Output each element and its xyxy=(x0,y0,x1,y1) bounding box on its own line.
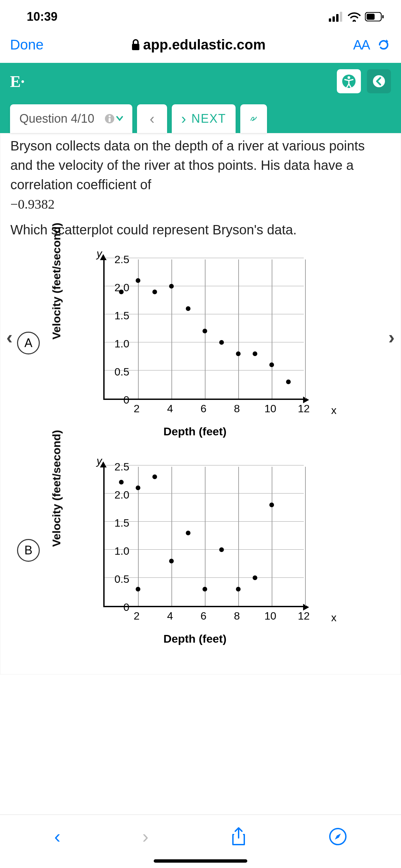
data-point xyxy=(186,306,191,311)
data-point xyxy=(286,379,291,384)
data-point xyxy=(136,587,140,591)
carousel-right-icon[interactable]: › xyxy=(388,326,395,348)
svg-rect-2 xyxy=(336,14,338,22)
svg-rect-13 xyxy=(109,118,111,122)
url-display[interactable]: app.edulastic.com xyxy=(50,37,346,53)
grid-line xyxy=(305,259,306,399)
grid-line xyxy=(205,467,205,606)
data-point xyxy=(269,502,274,507)
x-tick-label: 12 xyxy=(297,403,310,415)
x-axis-label: Depth (feet) xyxy=(163,425,227,438)
y-axis-label: Velocity (feet/second) xyxy=(50,223,63,340)
x-tick-label: 2 xyxy=(130,610,143,622)
battery-icon xyxy=(365,12,384,22)
question-selector[interactable]: Question 4/10 xyxy=(10,104,132,133)
y-tick-label: 1.5 xyxy=(109,517,129,529)
option-b-row: B y x Velocity (feet/second) Depth (feet… xyxy=(10,457,391,644)
x-tick-label: 8 xyxy=(230,610,244,622)
correlation-value: −0.9382 xyxy=(10,196,55,212)
status-indicators xyxy=(329,12,384,22)
x-tick-label: 4 xyxy=(163,610,177,622)
grid-line xyxy=(105,258,304,258)
x-axis-label: Depth (feet) xyxy=(163,632,227,645)
data-point xyxy=(219,547,224,552)
data-point xyxy=(202,329,207,333)
carousel-left-icon[interactable]: ‹ xyxy=(6,326,13,348)
data-point xyxy=(219,340,224,345)
data-point xyxy=(236,351,241,356)
plot-area-b xyxy=(103,467,304,607)
grid-line xyxy=(105,549,304,550)
options-area: ‹ › A y x Velocity (feet/second) Depth (… xyxy=(10,249,391,644)
y-tick-label: 2.0 xyxy=(109,282,129,294)
grid-line xyxy=(105,578,304,578)
back-button[interactable] xyxy=(367,69,391,93)
x-axis-arrow-icon xyxy=(303,397,309,403)
next-question-button[interactable]: › NEXT xyxy=(172,104,236,133)
chevron-left-icon: ‹ xyxy=(150,110,155,127)
svg-rect-12 xyxy=(109,115,111,117)
safari-icon[interactable] xyxy=(329,828,347,846)
grid-line xyxy=(105,286,304,286)
accessibility-button[interactable] xyxy=(337,69,361,93)
data-point xyxy=(169,559,174,563)
data-point xyxy=(253,351,257,356)
x-tick-label: 12 xyxy=(297,610,310,622)
option-a-row: A y x Velocity (feet/second) Depth (feet… xyxy=(10,249,391,437)
browser-back-button[interactable]: ‹ xyxy=(54,826,61,847)
grid-line xyxy=(171,259,172,399)
x-tick-label: 10 xyxy=(264,403,277,415)
x-tick-label: 6 xyxy=(197,610,210,622)
text-size-button[interactable]: AA xyxy=(353,37,370,53)
data-point xyxy=(153,289,157,294)
question-prompt: Which scatterplot could represent Bryson… xyxy=(10,220,391,239)
y-tick-label: 2.5 xyxy=(109,253,129,266)
grid-line xyxy=(105,342,304,343)
data-point xyxy=(186,531,191,535)
prev-question-button[interactable]: ‹ xyxy=(137,104,167,133)
x-axis-letter: x xyxy=(331,404,336,416)
x-tick-label: 10 xyxy=(264,610,277,622)
y-tick-label: 2.5 xyxy=(109,461,129,473)
data-point xyxy=(119,480,124,485)
grid-line xyxy=(105,314,304,315)
y-tick-label: 0 xyxy=(109,394,129,406)
x-tick-label: 4 xyxy=(163,403,177,415)
grid-line xyxy=(272,467,272,606)
data-point xyxy=(169,284,174,288)
x-axis-arrow-icon xyxy=(303,604,309,611)
chart-b: y x Velocity (feet/second) Depth (feet) … xyxy=(60,457,334,644)
url-text: app.edulastic.com xyxy=(143,37,265,53)
x-axis-letter: x xyxy=(331,612,336,624)
question-nav: Question 4/10 ‹ › NEXT xyxy=(0,100,401,133)
app-header: E· xyxy=(0,63,401,100)
info-dropdown-icon xyxy=(104,112,123,125)
data-point xyxy=(253,576,257,580)
grid-line xyxy=(105,370,304,371)
scratchpad-icon xyxy=(249,112,258,125)
wifi-icon xyxy=(347,12,361,22)
data-point xyxy=(136,486,140,490)
grid-line xyxy=(272,259,272,399)
lock-icon xyxy=(131,39,140,51)
option-b-button[interactable]: B xyxy=(17,539,40,562)
share-icon[interactable] xyxy=(230,827,247,846)
signal-icon xyxy=(329,12,343,22)
y-tick-label: 0 xyxy=(109,601,129,614)
grid-line xyxy=(105,493,304,494)
data-point xyxy=(269,363,274,367)
reload-icon[interactable] xyxy=(376,37,391,52)
y-tick-label: 0.5 xyxy=(109,573,129,586)
next-label: NEXT xyxy=(192,112,226,126)
option-a-button[interactable]: A xyxy=(17,332,40,354)
browser-forward-button[interactable]: › xyxy=(142,826,149,847)
chevron-right-icon: › xyxy=(181,110,186,127)
browser-bar: Done app.edulastic.com AA xyxy=(0,33,401,63)
grid-line xyxy=(105,465,304,466)
question-text: Bryson collects data on the depth of a r… xyxy=(10,136,391,214)
plot-area-a xyxy=(103,259,304,400)
scratchpad-button[interactable] xyxy=(240,104,267,133)
done-button[interactable]: Done xyxy=(10,37,43,53)
y-tick-label: 1.5 xyxy=(109,310,129,322)
home-indicator xyxy=(154,859,247,863)
